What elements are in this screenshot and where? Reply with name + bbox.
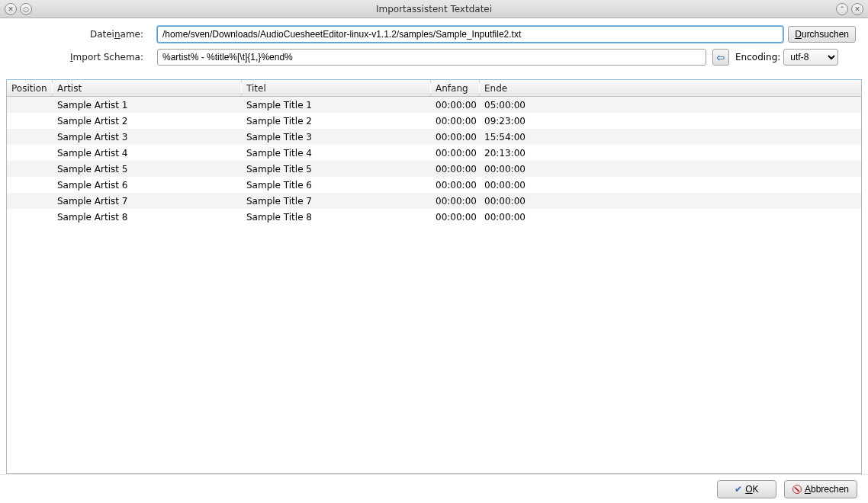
cell-artist: Sample Artist 8 — [53, 212, 242, 223]
window-close-icon[interactable]: ✕ — [851, 3, 863, 15]
table-row[interactable]: Sample Artist 8Sample Title 800:00:0000:… — [7, 209, 861, 225]
table-row[interactable]: Sample Artist 6Sample Title 600:00:0000:… — [7, 177, 861, 193]
cell-anfang: 00:00:00 — [431, 116, 480, 127]
window-menu-icon[interactable]: ✕ — [5, 3, 17, 15]
table-row[interactable]: Sample Artist 4Sample Title 400:00:0020:… — [7, 145, 861, 161]
schema-label: Import Schema: — [12, 52, 157, 62]
cell-artist: Sample Artist 3 — [53, 132, 242, 143]
cell-artist: Sample Artist 5 — [53, 164, 242, 175]
button-bar: ✔ OK Abbrechen — [0, 474, 868, 503]
table-row[interactable]: Sample Artist 5Sample Title 500:00:0000:… — [7, 161, 861, 177]
cell-anfang: 00:00:00 — [431, 132, 480, 143]
window-rollup-icon[interactable]: ⌃ — [836, 3, 848, 15]
table-body[interactable]: Sample Artist 1Sample Title 100:00:0005:… — [7, 97, 861, 473]
table-row[interactable]: Sample Artist 7Sample Title 700:00:0000:… — [7, 193, 861, 209]
back-button[interactable]: ⇦ — [712, 49, 729, 66]
check-icon: ✔ — [735, 484, 742, 495]
preview-table: Position Artist Titel Anfang Ende Sample… — [6, 79, 862, 474]
cell-anfang: 00:00:00 — [431, 148, 480, 159]
cell-title: Sample Title 7 — [242, 196, 431, 207]
ok-button[interactable]: ✔ OK — [717, 480, 776, 498]
cell-title: Sample Title 2 — [242, 116, 431, 127]
cancel-icon — [792, 485, 802, 494]
col-header-title[interactable]: Titel — [242, 80, 431, 96]
cell-ende: 05:00:00 — [480, 100, 861, 111]
table-row[interactable]: Sample Artist 1Sample Title 100:00:0005:… — [7, 97, 861, 113]
form-area: Dateiname: Durchsuchen Import Schema: ⇦ … — [0, 18, 868, 76]
cell-anfang: 00:00:00 — [431, 100, 480, 111]
cell-title: Sample Title 6 — [242, 180, 431, 191]
table-row[interactable]: Sample Artist 3Sample Title 300:00:0015:… — [7, 129, 861, 145]
cell-artist: Sample Artist 1 — [53, 100, 242, 111]
col-header-ende[interactable]: Ende — [480, 80, 861, 96]
col-header-artist[interactable]: Artist — [53, 80, 242, 96]
cell-artist: Sample Artist 4 — [53, 148, 242, 159]
cell-ende: 20:13:00 — [480, 148, 861, 159]
table-header: Position Artist Titel Anfang Ende — [7, 80, 861, 97]
cell-artist: Sample Artist 7 — [53, 196, 242, 207]
cell-title: Sample Title 3 — [242, 132, 431, 143]
arrow-left-icon: ⇦ — [717, 52, 725, 63]
cell-ende: 00:00:00 — [480, 212, 861, 223]
cell-title: Sample Title 5 — [242, 164, 431, 175]
cancel-button[interactable]: Abbrechen — [784, 480, 857, 498]
schema-row: Import Schema: ⇦ Encoding: utf-8 — [12, 49, 856, 66]
cell-title: Sample Title 1 — [242, 100, 431, 111]
cell-artist: Sample Artist 6 — [53, 180, 242, 191]
cell-anfang: 00:00:00 — [431, 180, 480, 191]
cell-title: Sample Title 8 — [242, 212, 431, 223]
window-titlebar: ✕ ○ Importassistent Textdatei ⌃ ✕ — [0, 0, 868, 18]
cell-ende: 15:54:00 — [480, 132, 861, 143]
filename-row: Dateiname: Durchsuchen — [12, 26, 856, 43]
cell-anfang: 00:00:00 — [431, 196, 480, 207]
window-pin-icon[interactable]: ○ — [20, 3, 32, 15]
filename-label: Dateiname: — [12, 29, 157, 40]
cell-ende: 09:23:00 — [480, 116, 861, 127]
window-title: Importassistent Textdatei — [376, 4, 492, 14]
col-header-anfang[interactable]: Anfang — [431, 80, 480, 96]
col-header-position[interactable]: Position — [7, 80, 53, 96]
encoding-label: Encoding: — [735, 52, 780, 62]
cell-ende: 00:00:00 — [480, 196, 861, 207]
table-row[interactable]: Sample Artist 2Sample Title 200:00:0009:… — [7, 113, 861, 129]
cell-ende: 00:00:00 — [480, 180, 861, 191]
cell-anfang: 00:00:00 — [431, 164, 480, 175]
cell-artist: Sample Artist 2 — [53, 116, 242, 127]
filename-input[interactable] — [157, 26, 783, 43]
cell-title: Sample Title 4 — [242, 148, 431, 159]
browse-button[interactable]: Durchsuchen — [788, 26, 856, 43]
cell-anfang: 00:00:00 — [431, 212, 480, 223]
cell-ende: 00:00:00 — [480, 164, 861, 175]
schema-input[interactable] — [157, 49, 706, 66]
encoding-select[interactable]: utf-8 — [783, 49, 838, 66]
